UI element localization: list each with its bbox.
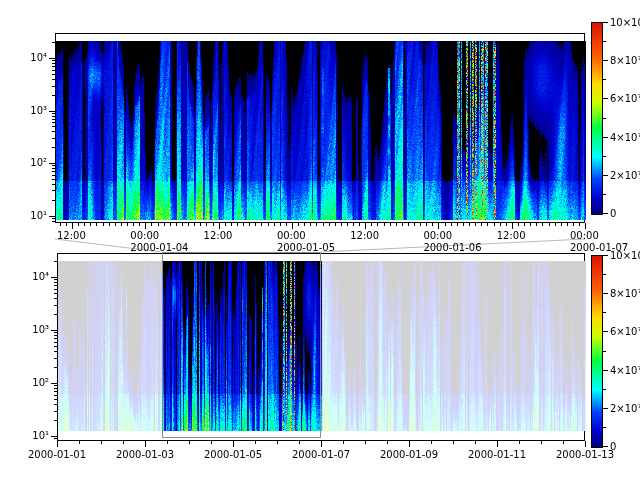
colorbar-major-tick xyxy=(603,293,608,294)
x-minor-tick xyxy=(211,441,212,444)
x-minor-tick xyxy=(500,223,501,226)
x-tick-label: 2000-01-07 xyxy=(292,449,350,461)
colorbar-minor-tick xyxy=(603,156,606,157)
y-minor-tick xyxy=(52,74,55,75)
x-minor-tick xyxy=(445,223,446,226)
x-major-tick xyxy=(233,441,234,447)
x-minor-tick xyxy=(469,223,470,226)
selection-region[interactable] xyxy=(162,252,322,438)
detail-heatmap-canvas[interactable] xyxy=(56,41,586,220)
y-minor-tick xyxy=(54,338,57,339)
x-minor-tick xyxy=(103,223,104,226)
x-major-tick xyxy=(292,223,293,229)
x-minor-tick xyxy=(200,223,201,226)
x-minor-tick xyxy=(519,441,520,444)
x-minor-tick xyxy=(115,223,116,226)
y-tick-label: 10² xyxy=(0,157,47,168)
x-minor-tick xyxy=(158,223,159,226)
x-minor-tick xyxy=(475,223,476,226)
y-minor-tick xyxy=(54,420,57,421)
x-major-tick xyxy=(57,441,58,447)
x-minor-tick xyxy=(541,441,542,444)
y-tick-label: 10³ xyxy=(0,324,49,335)
x-tick-label: 2000-01-03 xyxy=(116,449,174,461)
y-tick-label: 10⁴ xyxy=(0,52,47,63)
x-minor-tick xyxy=(60,223,61,226)
y-minor-tick xyxy=(52,86,55,87)
x-minor-tick xyxy=(225,223,226,226)
x-tick-label: 2000-01-09 xyxy=(380,449,438,461)
y-minor-tick xyxy=(52,175,55,176)
overview-colorbar xyxy=(591,255,603,448)
y-major-tick xyxy=(49,163,55,164)
x-tick-label: 00:00 xyxy=(423,230,452,242)
colorbar-minor-tick xyxy=(603,312,606,313)
y-minor-tick xyxy=(54,342,57,343)
x-minor-tick xyxy=(123,441,124,444)
colorbar-major-tick xyxy=(603,446,608,447)
y-minor-tick xyxy=(54,391,57,392)
x-minor-tick xyxy=(277,441,278,444)
colorbar-major-tick xyxy=(603,255,608,256)
y-minor-tick xyxy=(52,184,55,185)
x-minor-tick xyxy=(167,441,168,444)
colorbar-major-tick xyxy=(603,98,608,99)
x-major-tick xyxy=(72,223,73,229)
y-minor-tick xyxy=(54,285,57,286)
x-minor-tick xyxy=(341,223,342,226)
x-minor-tick xyxy=(90,223,91,226)
x-minor-tick xyxy=(249,223,250,226)
x-major-tick xyxy=(365,223,366,229)
x-minor-tick xyxy=(347,223,348,226)
x-minor-tick xyxy=(79,441,80,444)
x-minor-tick xyxy=(231,223,232,226)
x-minor-tick xyxy=(335,223,336,226)
y-minor-tick xyxy=(52,218,55,219)
colorbar-tick-label: 6×10⁷ xyxy=(610,93,640,104)
y-minor-tick xyxy=(54,399,57,400)
x-tick-label: 00:00 xyxy=(130,230,159,242)
x-minor-tick xyxy=(237,223,238,226)
x-minor-tick xyxy=(133,223,134,226)
colorbar-tick-label: 8×10⁷ xyxy=(610,288,640,299)
overview-plot-area[interactable] xyxy=(57,253,585,441)
y-tick-label: 10¹ xyxy=(0,210,47,221)
y-minor-tick xyxy=(52,113,55,114)
spectrogram-viewer: 12:0000:002000-01-0412:0000:002000-01-05… xyxy=(0,0,640,480)
y-minor-tick xyxy=(52,168,55,169)
x-minor-tick xyxy=(261,223,262,226)
colorbar-minor-tick xyxy=(603,118,606,119)
y-tick-label: 10⁴ xyxy=(0,271,49,282)
x-tick-label: 2000-01-11 xyxy=(468,449,526,461)
colorbar-minor-tick xyxy=(603,41,606,42)
x-minor-tick xyxy=(78,223,79,226)
x-minor-tick xyxy=(127,223,128,226)
x-minor-tick xyxy=(170,223,171,226)
colorbar-major-tick xyxy=(603,213,608,214)
detail-colorbar xyxy=(591,22,603,215)
y-minor-tick xyxy=(54,404,57,405)
x-minor-tick xyxy=(506,223,507,226)
colorbar-major-tick xyxy=(603,408,608,409)
y-minor-tick xyxy=(52,66,55,67)
x-tick-label: 2000-01-05 xyxy=(204,449,262,461)
x-minor-tick xyxy=(298,223,299,226)
x-minor-tick xyxy=(487,223,488,226)
x-minor-tick xyxy=(396,223,397,226)
x-minor-tick xyxy=(164,223,165,226)
x-major-tick xyxy=(512,223,513,229)
overview-heatmap-canvas[interactable] xyxy=(58,261,586,431)
y-minor-tick xyxy=(52,122,55,123)
x-minor-tick xyxy=(280,223,281,226)
x-minor-tick xyxy=(255,223,256,226)
y-minor-tick xyxy=(52,200,55,201)
y-minor-tick xyxy=(54,395,57,396)
y-minor-tick xyxy=(54,438,57,439)
y-minor-tick xyxy=(52,95,55,96)
x-minor-tick xyxy=(494,223,495,226)
x-minor-tick xyxy=(343,441,344,444)
x-minor-tick xyxy=(84,223,85,226)
detail-plot-area[interactable] xyxy=(55,33,585,223)
x-minor-tick xyxy=(96,223,97,226)
x-minor-tick xyxy=(431,441,432,444)
